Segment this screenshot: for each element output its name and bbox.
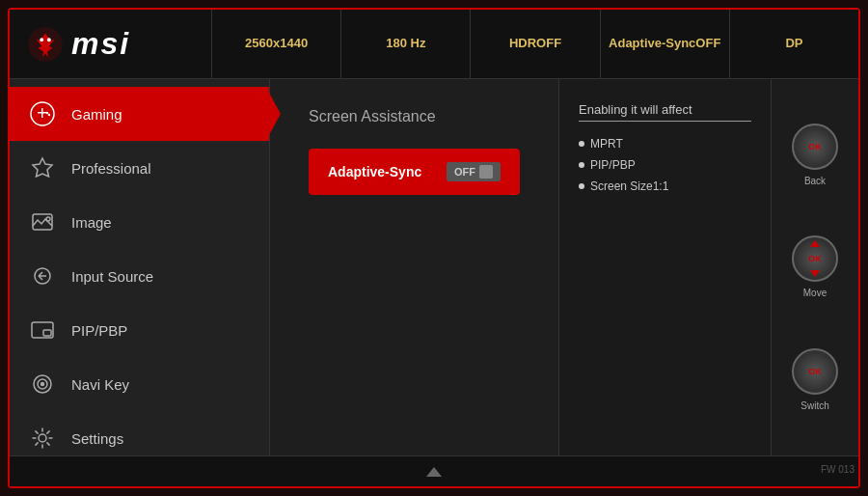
svg-point-2 [47,38,51,41]
sidebar-item-gaming[interactable]: Gaming [10,87,269,141]
info-item-pip-pbp: PIP/PBP [579,158,751,172]
move-ok-text: OK [808,254,822,263]
bullet-icon [579,183,584,189]
info-item-screen-size: Screen Size1:1 [579,179,751,193]
logo-area: msi [10,10,212,78]
adaptive-sync-label: Adaptive-Sync [609,36,695,52]
professional-icon [29,154,56,181]
svg-rect-13 [43,330,51,336]
msi-logo: msi [27,26,130,63]
svg-marker-8 [33,158,52,177]
main-content: Gaming Professional [10,79,858,455]
logo-text: msi [71,26,130,62]
info-item-screen-size-label: Screen Size1:1 [590,179,668,193]
toggle-off-text: OFF [454,166,475,178]
header: msi 2560x1440 180 Hz HDR OFF Adaptive-Sy… [10,10,858,79]
input-stat: DP [730,10,858,78]
svg-point-7 [48,114,50,116]
resolution-stat: 2560x1440 [212,10,341,78]
sidebar-label-image: Image [71,214,112,231]
back-label: Back [804,176,826,186]
sidebar-label-input-source: Input Source [71,268,153,285]
hdr-value: OFF [536,36,561,52]
sidebar-item-image[interactable]: Image [10,195,269,249]
bullet-icon [579,162,584,168]
sidebar-label-professional: Professional [71,160,151,177]
hdr-label: HDR [509,36,536,52]
panel-title: Screen Assistance [309,108,520,125]
up-arrow-icon [426,467,442,477]
image-icon [29,208,56,235]
fw-version: FW 013 [821,464,854,475]
switch-label: Switch [800,400,828,411]
toggle-indicator [479,165,493,179]
move-button[interactable]: OK [792,235,838,282]
info-title: Enabling it will affect [579,102,751,122]
pip-pbp-icon [29,317,56,344]
move-control: OK Move [792,235,838,298]
header-stats: 2560x1440 180 Hz HDR OFF Adaptive-Sync O… [212,10,858,78]
move-label: Move [803,288,827,298]
svg-point-10 [46,217,50,221]
sidebar-item-professional[interactable]: Professional [10,141,269,195]
svg-point-16 [41,383,44,386]
info-item-mprt: MPRT [579,137,751,151]
back-ok-text: OK [808,142,822,152]
navi-key-icon [29,371,56,398]
adaptive-sync-toggle[interactable]: OFF [447,162,501,181]
adaptive-sync-setting-label: Adaptive-Sync [328,164,421,179]
sidebar-label-navi-key: Navi Key [71,376,129,393]
svg-point-1 [40,38,43,41]
back-button[interactable]: OK [792,124,838,170]
sidebar-item-input-source[interactable]: Input Source [10,249,269,303]
adaptive-sync-row[interactable]: Adaptive-Sync OFF [309,149,520,195]
switch-button[interactable]: OK [792,348,838,395]
info-list: MPRT PIP/PBP Screen Size1:1 [579,137,751,193]
info-panel: Enabling it will affect MPRT PIP/PBP Scr… [559,79,772,455]
bottom-bar [10,455,858,486]
gaming-icon [29,100,56,127]
refresh-rate-stat: 180 Hz [341,10,471,78]
svg-rect-5 [41,108,43,118]
sidebar-label-gaming: Gaming [71,106,122,123]
sidebar-label-settings: Settings [71,430,123,447]
arrow-up-icon [810,240,820,247]
input-source-icon [29,262,56,289]
hdr-stat: HDR OFF [471,10,600,78]
info-item-pip-pbp-label: PIP/PBP [590,158,636,172]
sidebar-label-pip-pbp: PIP/PBP [71,322,127,339]
svg-point-17 [39,434,46,442]
back-control: OK Back [792,124,838,186]
settings-icon [29,425,56,452]
sidebar-item-settings[interactable]: Settings [10,411,269,455]
center-panel: Screen Assistance Adaptive-Sync OFF [270,79,559,455]
arrow-down-icon [810,270,820,277]
sidebar-item-navi-key[interactable]: Navi Key [10,357,269,411]
sidebar-item-pip-pbp[interactable]: PIP/PBP [10,303,269,357]
adaptive-sync-value: OFF [695,36,720,52]
info-item-mprt-label: MPRT [590,137,623,151]
switch-ok-text: OK [808,367,822,376]
controls-panel: OK Back OK Move OK Switch [772,79,858,455]
msi-dragon-icon [27,26,64,63]
sidebar: Gaming Professional [10,79,270,455]
bullet-icon [579,141,584,147]
adaptive-sync-stat: Adaptive-Sync OFF [601,10,730,78]
svg-point-6 [46,112,48,114]
switch-control: OK Switch [792,348,838,411]
